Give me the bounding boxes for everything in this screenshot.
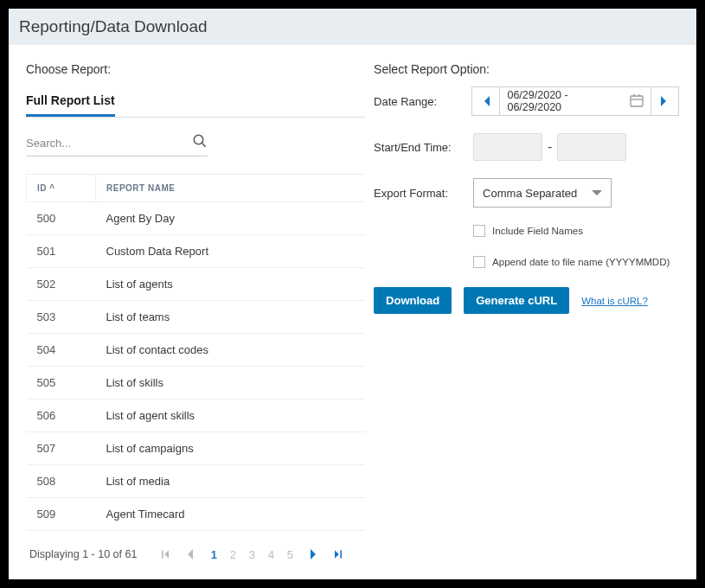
export-format-select[interactable]: Comma Separated xyxy=(473,178,612,208)
row-id: 501 xyxy=(27,235,96,268)
row-name: List of teams xyxy=(96,301,366,334)
pager-info: Displaying 1 - 10 of 61 xyxy=(29,548,137,560)
row-id: 509 xyxy=(27,498,96,531)
tab-bar: Full Report List xyxy=(26,86,365,118)
date-range-group: 06/29/2020 - 06/29/2020 xyxy=(471,86,679,116)
reports-table: ID ^ REPORT NAME 500Agent By Day501Custo… xyxy=(26,174,365,531)
export-format-label: Export Format: xyxy=(374,187,473,200)
right-panel: Select Report Option: Date Range: 06/29/… xyxy=(374,62,679,578)
row-id: 503 xyxy=(27,301,96,334)
row-id: 506 xyxy=(27,399,96,432)
row-name: List of agent skills xyxy=(96,399,366,432)
row-id: 508 xyxy=(27,465,96,498)
generate-curl-button[interactable]: Generate cURL xyxy=(464,287,569,314)
row-name: Custom Data Report xyxy=(96,235,366,268)
chevron-down-icon xyxy=(592,187,602,200)
date-range-input[interactable]: 06/29/2020 - 06/29/2020 xyxy=(500,86,650,116)
search-wrap xyxy=(26,133,208,157)
append-date-label: Append date to file name (YYYYMMDD) xyxy=(492,257,670,267)
start-end-time-label: Start/End Time: xyxy=(374,141,473,154)
pager-page-5[interactable]: 5 xyxy=(280,545,299,564)
pagination: Displaying 1 - 10 of 61 12345 xyxy=(26,531,365,578)
table-row[interactable]: 506List of agent skills xyxy=(27,399,366,432)
time-separator: - xyxy=(548,139,552,155)
table-row[interactable]: 502List of agents xyxy=(27,268,366,301)
column-header-name[interactable]: REPORT NAME xyxy=(96,175,366,202)
content: Choose Report: Full Report List ID ^ REP… xyxy=(9,45,696,578)
page-title: Reporting/Data Download xyxy=(9,9,696,45)
svg-point-0 xyxy=(194,135,203,144)
table-row[interactable]: 508List of media xyxy=(27,465,366,498)
row-id: 500 xyxy=(27,202,96,235)
table-row[interactable]: 505List of skills xyxy=(27,367,366,399)
date-range-row: Date Range: 06/29/2020 - 06/29/2020 xyxy=(374,86,679,116)
pager-page-3[interactable]: 3 xyxy=(242,545,261,564)
column-header-id[interactable]: ID ^ xyxy=(27,175,96,202)
row-name: List of skills xyxy=(96,367,366,399)
row-name: List of media xyxy=(96,465,366,498)
download-button[interactable]: Download xyxy=(374,287,452,314)
row-name: List of agents xyxy=(96,268,366,301)
export-format-value: Comma Separated xyxy=(483,187,577,200)
pager-last-icon[interactable] xyxy=(329,545,348,564)
append-date-row: Append date to file name (YYYYMMDD) xyxy=(473,256,679,268)
table-row[interactable]: 507List of campaigns xyxy=(27,432,366,465)
select-option-label: Select Report Option: xyxy=(374,62,679,76)
date-range-value: 06/29/2020 - 06/29/2020 xyxy=(507,89,622,113)
app-frame: Reporting/Data Download Choose Report: F… xyxy=(9,9,696,579)
tab-full-report-list[interactable]: Full Report List xyxy=(26,86,115,117)
end-time-input[interactable] xyxy=(557,133,626,161)
row-name: Agent By Day xyxy=(96,202,366,235)
append-date-checkbox[interactable] xyxy=(473,256,485,268)
table-row[interactable]: 500Agent By Day xyxy=(27,202,366,235)
row-name: List of contact codes xyxy=(96,334,366,367)
row-id: 507 xyxy=(27,432,96,465)
calendar-icon xyxy=(630,93,644,110)
date-next-button[interactable] xyxy=(651,86,679,116)
left-panel: Choose Report: Full Report List ID ^ REP… xyxy=(26,62,365,578)
date-range-label: Date Range: xyxy=(374,95,471,108)
table-row[interactable]: 501Custom Data Report xyxy=(27,235,366,268)
pager-first-icon xyxy=(156,545,175,564)
row-name: List of campaigns xyxy=(96,432,366,465)
row-id: 505 xyxy=(27,367,96,399)
export-row: Export Format: Comma Separated xyxy=(374,178,679,208)
row-name: Agent Timecard xyxy=(96,498,366,531)
pager-page-1[interactable]: 1 xyxy=(204,545,223,564)
table-row[interactable]: 509Agent Timecard xyxy=(27,498,366,531)
date-prev-button[interactable] xyxy=(471,86,500,116)
start-time-input[interactable] xyxy=(473,133,542,161)
include-fields-label: Include Field Names xyxy=(492,226,583,236)
pager-page-4[interactable]: 4 xyxy=(261,545,280,564)
include-fields-checkbox[interactable] xyxy=(473,225,485,237)
table-row[interactable]: 503List of teams xyxy=(27,301,366,334)
search-input[interactable] xyxy=(26,137,192,150)
row-id: 502 xyxy=(27,268,96,301)
pager-prev-icon xyxy=(180,545,199,564)
what-is-curl-link[interactable]: What is cURL? xyxy=(581,296,648,306)
pager-page-2[interactable]: 2 xyxy=(223,545,242,564)
time-row: Start/End Time: - xyxy=(374,133,679,161)
button-row: Download Generate cURL What is cURL? xyxy=(374,287,679,314)
search-icon[interactable] xyxy=(192,133,208,152)
table-row[interactable]: 504List of contact codes xyxy=(27,334,366,367)
svg-line-1 xyxy=(202,143,206,147)
choose-report-label: Choose Report: xyxy=(26,62,365,76)
svg-rect-2 xyxy=(631,96,643,106)
row-id: 504 xyxy=(27,334,96,367)
include-fields-row: Include Field Names xyxy=(473,225,679,237)
pager-next-icon[interactable] xyxy=(304,545,324,564)
